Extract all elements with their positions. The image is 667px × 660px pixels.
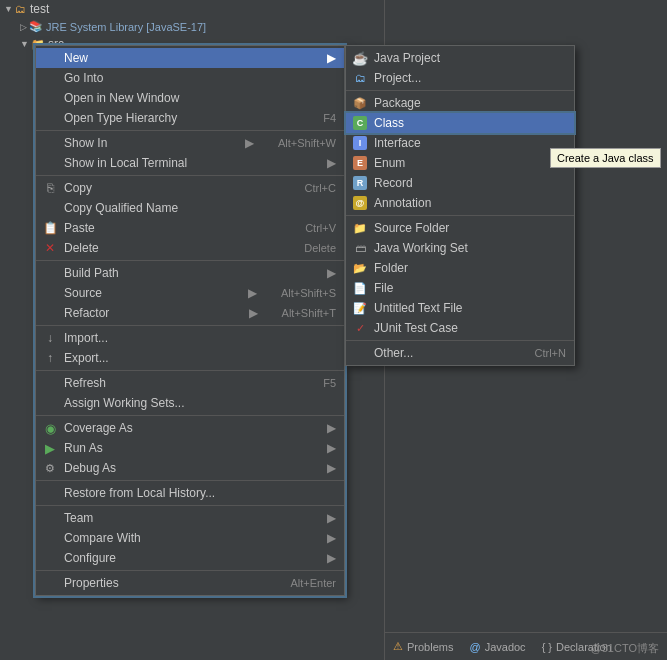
arrow-icon-compare: ▶ <box>327 531 336 545</box>
jre-icon: 📚 <box>29 20 43 33</box>
menu-item-restore-history[interactable]: Restore from Local History... <box>36 483 344 503</box>
menu-item-open-type-hierarchy[interactable]: Open Type Hierarchy F4 <box>36 108 344 128</box>
run-icon: ▶ <box>42 440 58 456</box>
menu-label-show-local-terminal: Show in Local Terminal <box>64 156 187 170</box>
context-menu: New ▶ Go Into Open in New Window Open Ty… <box>35 45 345 596</box>
tab-javadoc[interactable]: @ Javadoc <box>461 637 533 657</box>
menu-item-refresh[interactable]: Refresh F5 <box>36 373 344 393</box>
tree-item-test[interactable]: ▼ 🗂 test <box>0 0 384 18</box>
submenu-item-package[interactable]: 📦 Package <box>346 93 574 113</box>
arrow-icon-terminal: ▶ <box>327 156 336 170</box>
record-icon: R <box>352 175 368 191</box>
menu-label-copy: Copy <box>64 181 92 195</box>
watermark-text: @51CTO博客 <box>591 642 659 654</box>
submenu-item-enum[interactable]: E Enum <box>346 153 574 173</box>
ide-background: ▼ 🗂 test ▷ 📚 JRE System Library [JavaSE-… <box>0 0 667 660</box>
menu-item-go-into[interactable]: Go Into <box>36 68 344 88</box>
submenu-label-package: Package <box>374 96 421 110</box>
menu-item-show-local-terminal[interactable]: Show in Local Terminal ▶ <box>36 153 344 173</box>
menu-item-import[interactable]: ↓ Import... <box>36 328 344 348</box>
separator-3 <box>36 260 344 261</box>
debug-icon: ⚙ <box>42 460 58 476</box>
separator-9 <box>36 570 344 571</box>
menu-item-paste[interactable]: 📋 Paste Ctrl+V <box>36 218 344 238</box>
submenu-label-annotation: Annotation <box>374 196 431 210</box>
tab-problems[interactable]: ⚠ Problems <box>385 636 461 657</box>
tree-label-test: test <box>30 2 49 16</box>
tooltip-create-java-class: Create a Java class <box>550 148 661 168</box>
menu-item-assign-working-sets[interactable]: Assign Working Sets... <box>36 393 344 413</box>
arrow-icon-refactor: ▶ <box>249 306 258 320</box>
menu-label-copy-qualified: Copy Qualified Name <box>64 201 178 215</box>
arrow-icon-source: ▶ <box>248 286 257 300</box>
menu-item-delete[interactable]: ✕ Delete Delete <box>36 238 344 258</box>
menu-label-restore-history: Restore from Local History... <box>64 486 215 500</box>
menu-label-properties: Properties <box>64 576 119 590</box>
submenu-label-folder: Folder <box>374 261 408 275</box>
shortcut-refactor: Alt+Shift+T <box>262 307 336 319</box>
chevron-icon: ▷ <box>20 22 27 32</box>
separator-6 <box>36 415 344 416</box>
submenu-label-junit: JUnit Test Case <box>374 321 458 335</box>
problems-icon: ⚠ <box>393 640 403 653</box>
menu-item-open-new-window[interactable]: Open in New Window <box>36 88 344 108</box>
menu-label-run-as: Run As <box>64 441 103 455</box>
menu-label-build-path: Build Path <box>64 266 119 280</box>
submenu-item-other[interactable]: Other... Ctrl+N <box>346 343 574 363</box>
menu-item-build-path[interactable]: Build Path ▶ <box>36 263 344 283</box>
menu-item-source[interactable]: Source ▶ Alt+Shift+S <box>36 283 344 303</box>
submenu-item-folder[interactable]: 📂 Folder <box>346 258 574 278</box>
submenu-label-record: Record <box>374 176 413 190</box>
separator-5 <box>36 370 344 371</box>
menu-item-properties[interactable]: Properties Alt+Enter <box>36 573 344 593</box>
menu-item-run-as[interactable]: ▶ Run As ▶ <box>36 438 344 458</box>
menu-item-new[interactable]: New ▶ <box>36 48 344 68</box>
menu-item-export[interactable]: ↑ Export... <box>36 348 344 368</box>
paste-icon: 📋 <box>42 220 58 236</box>
submenu-item-interface[interactable]: I Interface <box>346 133 574 153</box>
submenu-label-project: Project... <box>374 71 421 85</box>
submenu-item-java-project[interactable]: ☕ Java Project <box>346 48 574 68</box>
menu-item-coverage-as[interactable]: ◉ Coverage As ▶ <box>36 418 344 438</box>
submenu-item-class[interactable]: C Class <box>346 113 574 133</box>
arrow-icon-coverage: ▶ <box>327 421 336 435</box>
submenu-item-source-folder[interactable]: 📁 Source Folder <box>346 218 574 238</box>
arrow-icon-show-in: ▶ <box>245 136 254 150</box>
submenu-item-annotation[interactable]: @ Annotation <box>346 193 574 213</box>
annotation-icon: @ <box>352 195 368 211</box>
chevron-down-icon: ▼ <box>4 4 13 14</box>
menu-label-new: New <box>64 51 88 65</box>
declaration-icon: { } <box>542 641 552 653</box>
project-icon: 🗂 <box>352 70 368 86</box>
menu-item-copy-qualified[interactable]: Copy Qualified Name <box>36 198 344 218</box>
submenu-item-untitled-text[interactable]: 📝 Untitled Text File <box>346 298 574 318</box>
submenu-item-junit[interactable]: ✓ JUnit Test Case <box>346 318 574 338</box>
interface-icon: I <box>352 135 368 151</box>
menu-label-show-in: Show In <box>64 136 107 150</box>
submenu-item-project[interactable]: 🗂 Project... <box>346 68 574 88</box>
shortcut-paste: Ctrl+V <box>285 222 336 234</box>
tree-label-jre: JRE System Library [JavaSE-17] <box>46 21 206 33</box>
tree-item-jre[interactable]: ▷ 📚 JRE System Library [JavaSE-17] <box>0 18 384 35</box>
menu-label-source: Source <box>64 286 102 300</box>
menu-label-open-type-hierarchy: Open Type Hierarchy <box>64 111 177 125</box>
submenu-sep-2 <box>346 215 574 216</box>
menu-item-refactor[interactable]: Refactor ▶ Alt+Shift+T <box>36 303 344 323</box>
menu-item-compare-with[interactable]: Compare With ▶ <box>36 528 344 548</box>
shortcut-other: Ctrl+N <box>535 347 566 359</box>
file-icon: 📄 <box>352 280 368 296</box>
java-working-set-icon: 🗃 <box>352 240 368 256</box>
menu-label-paste: Paste <box>64 221 95 235</box>
submenu-item-record[interactable]: R Record <box>346 173 574 193</box>
submenu-item-file[interactable]: 📄 File <box>346 278 574 298</box>
submenu-label-interface: Interface <box>374 136 421 150</box>
menu-item-show-in[interactable]: Show In ▶ Alt+Shift+W <box>36 133 344 153</box>
menu-item-copy[interactable]: ⎘ Copy Ctrl+C <box>36 178 344 198</box>
menu-item-debug-as[interactable]: ⚙ Debug As ▶ <box>36 458 344 478</box>
javadoc-icon: @ <box>469 641 480 653</box>
submenu-item-java-working-set[interactable]: 🗃 Java Working Set <box>346 238 574 258</box>
menu-item-team[interactable]: Team ▶ <box>36 508 344 528</box>
enum-icon: E <box>352 155 368 171</box>
menu-item-configure[interactable]: Configure ▶ <box>36 548 344 568</box>
shortcut-f4: F4 <box>303 112 336 124</box>
